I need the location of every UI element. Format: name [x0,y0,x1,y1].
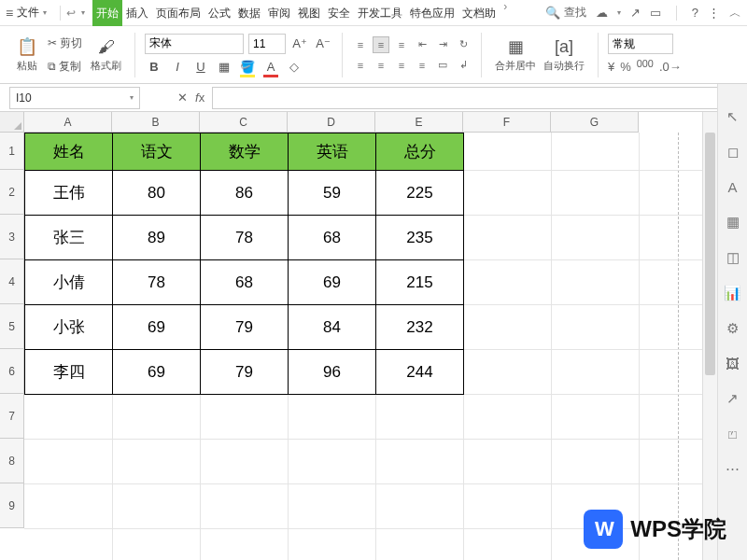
table-cell[interactable]: 68 [289,216,376,260]
style-icon[interactable]: A [727,179,737,195]
row-header[interactable]: 7 [0,394,24,439]
table-cell[interactable]: 小张 [25,305,113,350]
filter-icon[interactable]: ⚙ [726,320,739,337]
column-header[interactable]: A [24,112,112,133]
format-painter-button[interactable]: 🖌 格式刷 [87,37,125,73]
table-icon[interactable]: ▦ [726,214,740,231]
merge-center-button[interactable]: ▦ 合并居中 [491,36,540,73]
table-cell[interactable]: 李四 [25,350,113,395]
table-cell[interactable]: 232 [376,305,464,350]
image-icon[interactable]: 🖼 [726,356,740,371]
tab-page-layout[interactable]: 页面布局 [152,0,204,26]
table-cell[interactable]: 小倩 [25,260,113,305]
orientation-icon[interactable]: ↻ [455,36,472,53]
table-cell[interactable]: 215 [376,260,464,305]
bold-button[interactable]: B [145,58,163,77]
data-table[interactable]: 姓名语文数学英语总分王伟808659225张三897868235小倩786869… [24,133,464,395]
row-header[interactable]: 6 [0,349,24,394]
table-header-cell[interactable]: 语文 [113,133,201,171]
tab-formula[interactable]: 公式 [204,0,234,26]
scrollbar-thumb[interactable] [705,133,715,375]
table-header-cell[interactable]: 英语 [289,133,376,171]
cancel-icon[interactable]: ✕ [177,91,188,105]
copy-button[interactable]: ⧉ 复制 [45,57,85,77]
table-header-cell[interactable]: 姓名 [25,133,113,171]
table-cell[interactable]: 王伟 [25,171,113,216]
column-header[interactable]: E [375,112,463,133]
table-cell[interactable]: 79 [201,305,289,350]
table-cell[interactable]: 96 [289,350,376,395]
align-left-icon[interactable]: ≡ [352,57,369,74]
vertical-scrollbar[interactable] [702,112,717,560]
table-header-cell[interactable]: 总分 [376,133,464,171]
column-header[interactable]: G [551,112,639,133]
backup-icon[interactable]: ⏍ [728,426,737,441]
clear-format-button[interactable]: ◇ [285,58,303,77]
tabs-overflow-icon[interactable]: › [500,0,511,26]
chevron-down-icon[interactable]: ▾ [81,8,85,17]
tab-special[interactable]: 特色应用 [406,0,458,26]
select-all-corner[interactable] [0,112,24,133]
spreadsheet-grid[interactable]: ABCDEFG 123456789 姓名语文数学英语总分王伟808659225张… [0,112,717,560]
tab-doc-assist[interactable]: 文档助 [458,0,500,26]
table-cell[interactable]: 78 [201,216,289,260]
increase-decimal-icon[interactable]: .0→ [659,60,682,74]
chart-icon[interactable]: 📊 [724,285,741,301]
percent-icon[interactable]: % [620,60,631,74]
share-icon[interactable]: ↗ [630,6,641,20]
row-header[interactable]: 1 [0,133,24,170]
column-header[interactable]: D [288,112,375,133]
tab-security[interactable]: 安全 [324,0,354,26]
row-header[interactable]: 3 [0,215,24,259]
align-top-left-icon[interactable]: ≡ [352,36,369,53]
font-color-button[interactable]: A [261,58,280,77]
table-cell[interactable]: 80 [113,171,201,216]
comma-icon[interactable]: 000 [637,58,654,75]
table-cell[interactable]: 225 [376,171,464,216]
underline-button[interactable]: U [191,58,210,77]
fill-color-button[interactable]: 🪣 [238,58,257,77]
align-top-center-icon[interactable]: ≡ [373,36,389,53]
collapse-ribbon-icon[interactable]: ︿ [729,5,741,21]
table-cell[interactable]: 84 [289,305,376,350]
column-header[interactable]: F [463,112,551,133]
currency-icon[interactable]: ¥ [608,60,614,74]
wrap-icon-small[interactable]: ↲ [455,57,472,74]
help-icon[interactable]: ? [692,6,698,20]
row-header[interactable]: 9 [0,483,24,528]
border-button[interactable]: ▦ [215,58,233,77]
table-cell[interactable]: 244 [376,350,464,395]
table-cell[interactable]: 68 [201,260,289,305]
cells-grid[interactable]: 姓名语文数学英语总分王伟808659225张三897868235小倩786869… [24,133,717,560]
table-cell[interactable]: 张三 [25,216,113,260]
components-icon[interactable]: ◫ [726,249,740,266]
decrease-font-icon[interactable]: A⁻ [314,35,332,53]
font-size-combo[interactable] [248,34,286,54]
column-header[interactable]: C [200,112,288,133]
tab-data[interactable]: 数据 [234,0,264,26]
tab-dev-tools[interactable]: 开发工具 [354,0,406,26]
cursor-icon[interactable]: ↖ [726,108,739,125]
table-cell[interactable]: 89 [113,216,201,260]
italic-button[interactable]: I [168,58,187,77]
file-menu[interactable]: 文件 ▾ [17,5,49,21]
tab-view[interactable]: 视图 [294,0,324,26]
tab-home[interactable]: 开始 [92,0,122,26]
number-format-combo[interactable] [608,34,673,54]
table-cell[interactable]: 69 [289,260,376,305]
table-cell[interactable]: 78 [113,260,201,305]
align-center-icon[interactable]: ≡ [373,57,389,74]
row-header[interactable]: 4 [0,259,24,304]
formula-input[interactable] [212,87,719,109]
table-cell[interactable]: 79 [201,350,289,395]
cloud-icon[interactable]: ☁ [596,6,608,20]
table-cell[interactable]: 86 [201,171,289,216]
hamburger-icon[interactable]: ≡ [6,6,13,21]
align-justify-icon[interactable]: ≡ [414,57,430,74]
row-header[interactable]: 2 [0,170,24,215]
search-button[interactable]: 🔍 查找 [545,5,586,21]
increase-font-icon[interactable]: A⁺ [290,35,309,53]
selection-icon[interactable]: ◻ [727,144,739,161]
table-header-cell[interactable]: 数学 [201,133,289,171]
wrap-text-button[interactable]: [a] 自动换行 [540,37,588,73]
